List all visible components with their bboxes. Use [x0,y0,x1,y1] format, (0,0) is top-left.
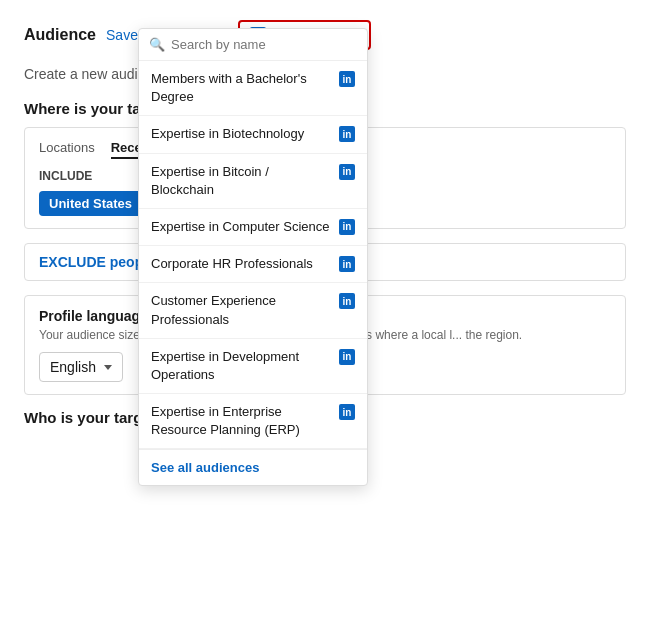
dropdown-item[interactable]: Expertise in Enterprise Resource Plannin… [139,394,367,449]
dropdown-item-linkedin-icon: in [339,349,355,365]
dropdown-item-linkedin-icon: in [339,256,355,272]
language-chevron-icon [104,365,112,370]
dropdown-item[interactable]: Customer Experience Professionalsin [139,283,367,338]
dropdown-item-linkedin-icon: in [339,293,355,309]
dropdown-item-text: Expertise in Enterprise Resource Plannin… [151,403,333,439]
dropdown-item-text: Expertise in Biotechnology [151,125,333,143]
see-all-audiences-link[interactable]: See all audiences [139,449,367,485]
dropdown-item[interactable]: Corporate HR Professionalsin [139,246,367,283]
locations-tab-label: Locations [39,140,95,159]
dropdown-item-linkedin-icon: in [339,219,355,235]
us-location-pill[interactable]: United States [39,191,153,216]
dropdown-item-linkedin-icon: in [339,404,355,420]
dropdown-item-linkedin-icon: in [339,71,355,87]
search-icon: 🔍 [149,37,165,52]
dropdown-item[interactable]: Expertise in Biotechnologyin [139,116,367,153]
dropdown-item[interactable]: Members with a Bachelor's Degreein [139,61,367,116]
dropdown-item-text: Expertise in Computer Science [151,218,333,236]
dropdown-item[interactable]: Expertise in Bitcoin / Blockchainin [139,154,367,209]
dropdown-list: Members with a Bachelor's DegreeinExpert… [139,61,367,449]
us-label: United States [49,196,132,211]
dropdown-search-area: 🔍 [139,29,367,61]
language-value: English [50,359,96,375]
dropdown-item-text: Expertise in Development Operations [151,348,333,384]
audience-label: Audience [24,26,96,44]
dropdown-item-text: Expertise in Bitcoin / Blockchain [151,163,333,199]
dropdown-item-text: Corporate HR Professionals [151,255,333,273]
language-select[interactable]: English [39,352,123,382]
dropdown-item-linkedin-icon: in [339,126,355,142]
dropdown-item-text: Customer Experience Professionals [151,292,333,328]
dropdown-item-text: Members with a Bachelor's Degree [151,70,333,106]
audiences-dropdown: 🔍 Members with a Bachelor's DegreeinExpe… [138,28,368,486]
search-input[interactable] [171,37,357,52]
dropdown-item[interactable]: Expertise in Computer Sciencein [139,209,367,246]
dropdown-item[interactable]: Expertise in Development Operationsin [139,339,367,394]
dropdown-item-linkedin-icon: in [339,164,355,180]
page-container: Audience Saved Audiences in Audiences Cr… [0,0,650,642]
